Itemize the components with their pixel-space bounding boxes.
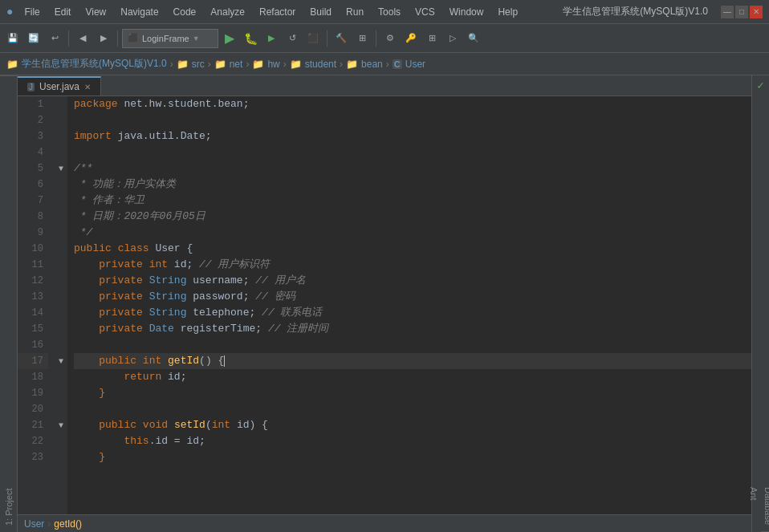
menu-vcs[interactable]: VCS [409,5,441,19]
menu-analyze[interactable]: Analyze [204,5,251,19]
window-controls: — □ ✕ [721,6,763,18]
ln-11: 11 [18,257,48,273]
fold-19 [55,385,67,401]
fold-17[interactable]: ▼ [55,353,67,369]
ln-7: 7 [18,193,48,209]
menu-view[interactable]: View [79,5,112,19]
stop-button[interactable]: ⬛ [303,29,323,48]
tab-user-java[interactable]: J User.java ✕ [18,76,101,95]
menu-build[interactable]: Build [303,5,338,19]
fold-2 [55,112,67,128]
undo-button[interactable]: ↩ [45,29,64,48]
menu-help[interactable]: Help [491,5,524,19]
bc-hw[interactable]: hw [267,59,279,70]
bc-student[interactable]: student [305,59,336,70]
forward-button[interactable]: ▶ [94,29,113,48]
bc-project-icon: 📁 [6,59,18,70]
profile-button[interactable]: ↺ [283,29,302,48]
save-all-button[interactable]: 💾 [3,29,22,48]
ln-22: 22 [18,433,48,449]
back-button[interactable]: ◀ [73,29,92,48]
fold-20 [55,401,67,417]
bottom-bc-method[interactable]: getId() [54,518,82,530]
fold-14 [55,305,67,321]
code-line-3: import java.util.Date; [74,128,751,144]
fold-15 [55,321,67,337]
tab-close-icon[interactable]: ✕ [84,83,91,91]
run2-button[interactable]: ▷ [443,29,462,48]
code-line-15: private Date registerTime; // 注册时间 [74,321,751,337]
find-button[interactable]: 🔍 [464,29,483,48]
right-panel: ✓ Database Ant [751,75,769,532]
fold-3 [55,128,67,144]
sidebar-item-project[interactable]: 1: Project [1,75,17,532]
menu-run[interactable]: Run [340,5,370,19]
settings-button[interactable]: ⚙ [380,29,400,48]
ln-13: 13 [18,289,48,305]
menu-window[interactable]: Window [443,5,490,19]
line-numbers-gutter: 1 2 3 4 5 6 7 8 9 10 11 12 13 14 15 16 1… [18,96,55,514]
menu-bar: File Edit View Navigate Code Analyze Ref… [18,5,714,19]
ln-2: 2 [18,112,48,128]
ln-6: 6 [18,177,48,193]
menu-file[interactable]: File [18,5,46,19]
code-line-22: this.id = id; [74,433,751,449]
right-tab-database[interactable]: Database [761,481,770,532]
bc-net[interactable]: net [230,59,243,70]
menu-refactor[interactable]: Refactor [253,5,302,19]
ln-15: 15 [18,321,48,337]
maximize-button[interactable]: □ [735,6,748,18]
close-button[interactable]: ✕ [750,6,763,18]
fold-8 [55,209,67,225]
code-line-16 [74,337,751,353]
debug-button[interactable]: 🐛 [241,29,260,48]
bottom-bc-class[interactable]: User [24,518,44,530]
menu-navigate[interactable]: Navigate [114,5,165,19]
separator-1 [68,30,69,47]
code-line-13: private String password; // 密码 [74,289,751,305]
fold-10 [55,241,67,257]
build-button[interactable]: 🔨 [332,29,351,48]
bc-project[interactable]: 学生信息管理系统(MySQL版)V1.0 [22,57,167,71]
ln-17: 17 [18,353,48,369]
ln-18: 18 [18,369,48,385]
fold-21[interactable]: ▼ [55,417,67,433]
coverage-button[interactable]: ▶ [262,29,281,48]
run-button[interactable]: ▶ [220,29,239,48]
title-bar: ● File Edit View Navigate Code Analyze R… [0,0,769,24]
fold-6 [55,177,67,193]
check-icon: ✓ [757,79,763,92]
menu-code[interactable]: Code [167,5,203,19]
bc-src[interactable]: src [192,59,205,70]
code-line-21: public void setId(int id) { [74,417,751,433]
code-line-10: public class User { [74,241,751,257]
menu-tools[interactable]: Tools [372,5,407,19]
search-button[interactable]: ⊞ [352,29,372,48]
ln-19: 19 [18,385,48,401]
config-icon: ⬛ [128,33,139,43]
left-side-tabs: 1: Project 7: Structure 2: Favorites [0,75,18,532]
db1-button[interactable]: 🔑 [401,29,421,48]
fold-11 [55,257,67,273]
sync-button[interactable]: 🔄 [24,29,43,48]
fold-9 [55,225,67,241]
code-line-20 [74,401,751,417]
ln-10: 10 [18,241,48,257]
right-tab-ant[interactable]: Ant [747,481,761,532]
separator-4 [376,30,376,47]
bc-user[interactable]: User [405,59,425,70]
config-name: LoginFrame [142,34,189,43]
menu-edit[interactable]: Edit [48,5,78,19]
fold-5[interactable]: ▼ [55,160,67,177]
bc-bean[interactable]: bean [361,59,383,70]
ln-1: 1 [18,96,48,112]
tab-file-icon: J [27,83,35,91]
minimize-button[interactable]: — [721,6,734,18]
run-config-combo[interactable]: ⬛ LoginFrame ▼ [122,29,218,48]
db2-button[interactable]: ⊞ [422,29,441,48]
sidebar-item-structure[interactable]: 7: Structure [0,75,1,532]
code-content[interactable]: package net.hw.student.bean; import java… [67,96,751,514]
main-area: 1: Project 7: Structure 2: Favorites J U… [0,75,769,532]
ln-23: 23 [18,449,48,465]
fold-1 [55,96,67,112]
